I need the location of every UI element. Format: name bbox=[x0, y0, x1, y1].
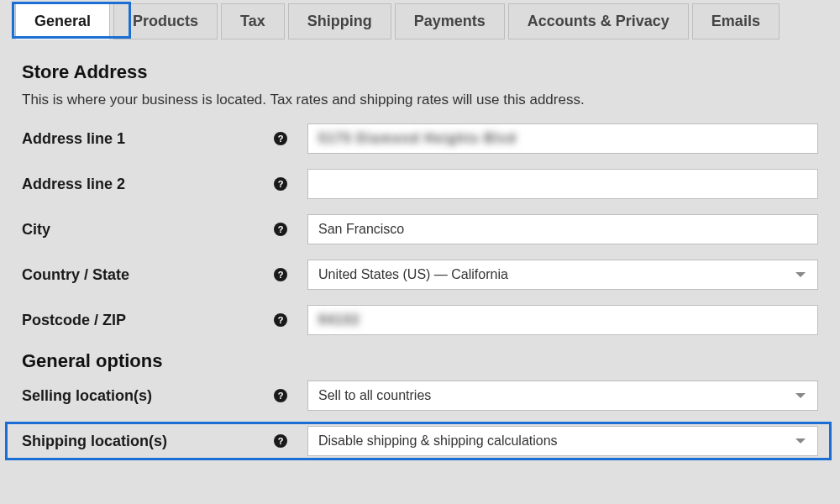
store-address-heading: Store Address bbox=[22, 61, 818, 83]
row-shipping-locations: Shipping location(s) ? Disable shipping … bbox=[22, 426, 818, 456]
help-icon[interactable]: ? bbox=[274, 177, 287, 191]
tab-products[interactable]: Products bbox=[113, 3, 218, 39]
tab-shipping[interactable]: Shipping bbox=[288, 3, 391, 39]
help-icon[interactable]: ? bbox=[274, 132, 287, 145]
select-country-value: United States (US) — California bbox=[318, 267, 508, 282]
help-icon[interactable]: ? bbox=[274, 434, 287, 448]
tab-payments[interactable]: Payments bbox=[395, 3, 505, 39]
tab-general[interactable]: General bbox=[15, 3, 110, 39]
row-address1: Address line 1 ? 5175 Diamond Heights Bl… bbox=[22, 123, 818, 154]
help-icon[interactable]: ? bbox=[274, 389, 287, 402]
tab-accounts-privacy[interactable]: Accounts & Privacy bbox=[508, 3, 689, 39]
select-selling-locations[interactable]: Sell to all countries bbox=[307, 381, 818, 411]
help-icon[interactable]: ? bbox=[274, 223, 287, 236]
row-country: Country / State ? United States (US) — C… bbox=[22, 260, 818, 290]
settings-tabs: General Products Tax Shipping Payments A… bbox=[0, 0, 840, 39]
select-selling-value: Sell to all countries bbox=[318, 388, 431, 403]
store-address-desc: This is where your business is located. … bbox=[22, 92, 818, 108]
chevron-down-icon bbox=[795, 393, 806, 398]
label-selling-locations: Selling location(s) bbox=[22, 387, 274, 405]
help-icon[interactable]: ? bbox=[274, 313, 287, 327]
input-address1[interactable]: 5175 Diamond Heights Blvd bbox=[307, 123, 818, 154]
row-city: City ? San Francisco bbox=[22, 214, 818, 244]
label-address1: Address line 1 bbox=[22, 130, 274, 148]
input-city[interactable]: San Francisco bbox=[307, 214, 818, 244]
label-address2: Address line 2 bbox=[22, 176, 274, 193]
row-address2: Address line 2 ? bbox=[22, 169, 818, 199]
input-zip[interactable]: 94102 bbox=[307, 305, 818, 335]
label-country: Country / State bbox=[22, 266, 274, 284]
select-country-state[interactable]: United States (US) — California bbox=[307, 260, 818, 290]
chevron-down-icon bbox=[795, 272, 806, 277]
select-shipping-locations[interactable]: Disable shipping & shipping calculations bbox=[307, 426, 818, 456]
tab-tax[interactable]: Tax bbox=[221, 3, 285, 39]
label-city: City bbox=[22, 221, 274, 239]
row-selling-locations: Selling location(s) ? Sell to all countr… bbox=[22, 381, 818, 411]
settings-content: Store Address This is where your busines… bbox=[0, 39, 840, 456]
label-zip: Postcode / ZIP bbox=[22, 312, 274, 329]
chevron-down-icon bbox=[795, 438, 806, 444]
label-shipping-locations: Shipping location(s) bbox=[22, 433, 274, 450]
general-options-heading: General options bbox=[22, 350, 818, 372]
help-icon[interactable]: ? bbox=[274, 268, 287, 281]
input-address2[interactable] bbox=[307, 169, 818, 199]
tab-emails[interactable]: Emails bbox=[692, 3, 780, 39]
select-shipping-value: Disable shipping & shipping calculations bbox=[318, 433, 558, 449]
row-zip: Postcode / ZIP ? 94102 bbox=[22, 305, 818, 335]
